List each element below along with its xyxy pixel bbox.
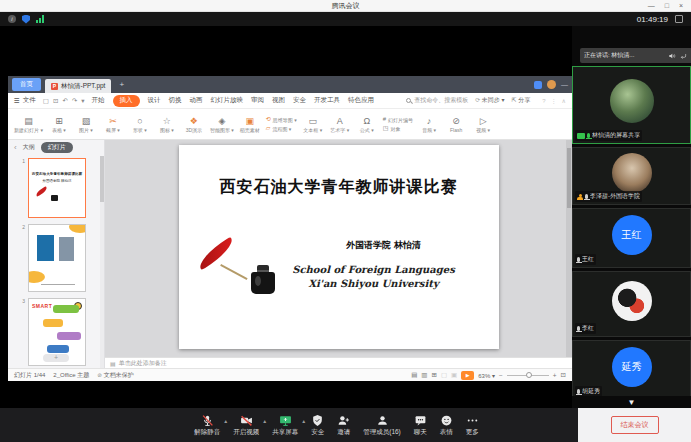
quick-access-icon[interactable]: ▾ — [81, 97, 84, 105]
fit-slide-icon[interactable]: ⊡ — [561, 371, 566, 379]
ribbon-tab-设计[interactable]: 设计 — [148, 96, 161, 105]
file-menu-button[interactable]: ☰ 文件 — [14, 96, 36, 105]
current-slide[interactable]: 西安石油大学青年教师讲课比赛 外国语学院 林怡清 School of Forei… — [179, 145, 499, 349]
active-speaker-banner: 正在讲话: 林怡清... — [580, 48, 691, 63]
ribbon-tab-动画[interactable]: 动画 — [190, 96, 203, 105]
ribbon-tab-插入[interactable]: 插入 — [113, 95, 140, 107]
view-mode-icon[interactable]: ▤ — [411, 371, 417, 379]
outline-tab[interactable]: 大纲 — [23, 143, 35, 152]
caret-up-icon[interactable]: ▲ — [223, 418, 228, 424]
zoom-out-button[interactable]: − — [499, 372, 503, 379]
chat-button[interactable]: 聊天 — [414, 414, 427, 437]
share-screen-button[interactable]: ▲共享屏幕 — [272, 414, 298, 437]
slide-byline-text[interactable]: 外国语学院 林怡清 — [289, 239, 479, 252]
caret-up-icon[interactable]: ▲ — [301, 418, 306, 424]
sidebar-collapse-arrow[interactable]: ▼ — [572, 398, 691, 408]
ribbon-tab-切换[interactable]: 切换 — [169, 96, 182, 105]
view-mode-icon[interactable]: ⊞ — [432, 371, 437, 379]
ribbon-item[interactable]: ▱流程图 ▾ — [266, 125, 297, 132]
fullscreen-icon[interactable] — [675, 15, 683, 23]
ribbon-tab-审阅[interactable]: 审阅 — [251, 96, 264, 105]
ribbon-item[interactable]: Ω公式 ▾ — [356, 116, 378, 133]
ribbon-item[interactable]: ☆图标 ▾ — [156, 116, 178, 133]
notes-icon: ▤ — [110, 360, 116, 367]
wps-document-tab[interactable]: P 林怡清-PPT.ppt — [45, 79, 111, 93]
ribbon-tab-安全[interactable]: 安全 — [293, 96, 306, 105]
add-slide-button[interactable]: + — [43, 354, 69, 362]
ribbon-item[interactable]: ▤新建幻灯片 ▾ — [14, 116, 43, 133]
panel-collapse-icon[interactable]: ‹ — [14, 143, 17, 152]
ribbon-item[interactable]: ⊘Flash — [445, 116, 467, 133]
ribbon-tab-开始[interactable]: 开始 — [92, 96, 105, 105]
ribbon-item[interactable]: #幻灯片编号 — [383, 116, 413, 123]
maximize-button[interactable]: □ — [665, 1, 669, 11]
participant-tile[interactable]: 王红王红 — [572, 208, 691, 268]
participant-tile[interactable]: 李红 — [572, 271, 691, 337]
emoji-button[interactable]: 表情 — [440, 414, 453, 437]
ribbon-item[interactable]: ✂截屏 ▾ — [102, 116, 124, 133]
security-button[interactable]: 安全 — [311, 414, 324, 437]
protect-status[interactable]: ⊙ 文档未保护 — [97, 371, 133, 380]
quick-access-icon[interactable]: ↷ — [72, 97, 77, 105]
quick-access-icon[interactable]: ↶ — [62, 97, 67, 105]
menu-extra-icon[interactable]: ? — [542, 98, 545, 104]
ribbon-item[interactable]: ▷视频 ▾ — [472, 116, 494, 133]
members-button[interactable]: 管理成员(16) — [363, 414, 401, 437]
zoom-in-button[interactable]: + — [553, 372, 557, 379]
wps-minimize-icon[interactable]: — — [561, 81, 568, 88]
caret-up-icon[interactable]: ▲ — [262, 418, 267, 424]
menu-extra-icon[interactable]: ∧ — [562, 98, 566, 104]
camera-button[interactable]: ▲开启视频 — [233, 414, 259, 437]
collapse-panel-icon[interactable] — [679, 52, 687, 60]
participant-avatar: 延秀 — [612, 347, 652, 387]
end-meeting-button[interactable]: 结束会议 — [611, 416, 659, 434]
ribbon-tab-开发工具[interactable]: 开发工具 — [314, 96, 340, 105]
view-mode-icon[interactable]: ▥ — [421, 371, 427, 379]
sync-status[interactable]: ⟳ 未同步 ▾ — [475, 96, 504, 105]
menu-extra-icon[interactable]: ⋮ — [551, 98, 557, 104]
meeting-info-icon[interactable]: i — [8, 15, 16, 23]
meeting-security-icon[interactable] — [22, 15, 30, 24]
ribbon-item[interactable]: ▧图片 ▾ — [75, 116, 97, 133]
ribbon-item[interactable]: ❖3D演示 — [183, 116, 205, 133]
panel-scrollbar[interactable] — [100, 156, 104, 368]
slides-tab[interactable]: 幻灯片 — [41, 142, 73, 153]
ribbon-item[interactable]: ♪音频 ▾ — [418, 116, 440, 133]
more-button[interactable]: 更多 — [466, 414, 479, 437]
notes-bar[interactable]: ▤ 单击此处添加备注 — [105, 357, 572, 368]
slideshow-play-button[interactable]: ▶ — [461, 371, 474, 380]
ribbon-tab-视图[interactable]: 视图 — [272, 96, 285, 105]
slide-thumbnail-2[interactable] — [28, 224, 86, 292]
ribbon-item[interactable]: ▣稻壳素材 — [239, 116, 261, 133]
ribbon-item[interactable]: A艺术字 ▾ — [329, 116, 351, 133]
ribbon-item[interactable]: ⟲思维导图 ▾ — [266, 116, 297, 123]
wps-home-button[interactable]: 首页 — [12, 78, 41, 91]
quick-access-icon[interactable]: ⊡ — [53, 97, 58, 105]
ribbon-item[interactable]: ▭文本框 ▾ — [302, 116, 324, 133]
new-tab-button[interactable]: + — [115, 80, 128, 89]
zoom-slider[interactable] — [507, 375, 549, 376]
invite-button[interactable]: 邀请 — [337, 414, 350, 437]
ribbon-tab-特色应用[interactable]: 特色应用 — [348, 96, 374, 105]
ribbon-item[interactable]: ○形状 ▾ — [129, 116, 151, 133]
wps-app-icon[interactable] — [534, 81, 542, 89]
wps-account-avatar[interactable] — [547, 80, 556, 89]
participant-tile[interactable]: 延秀胡延秀 — [572, 340, 691, 396]
slide-title-text[interactable]: 西安石油大学青年教师讲课比赛 — [189, 177, 489, 198]
slide-thumbnail-1[interactable]: 西安石油大学青年教师讲课比赛 外国语学院 林怡清 — [28, 158, 86, 218]
zoom-level[interactable]: 63% ▾ — [478, 372, 495, 379]
close-button[interactable]: × — [679, 1, 683, 11]
ribbon-item[interactable]: ◈智能图形 ▾ — [210, 116, 234, 133]
mic-muted-icon — [201, 414, 214, 427]
slide-english-text[interactable]: School of Foreign Languages Xi'an Shiyou… — [259, 263, 489, 291]
share-button[interactable]: ⇱ 分享 — [512, 96, 531, 105]
quick-access-icon[interactable]: ▢ — [43, 97, 49, 105]
minimize-button[interactable]: — — [648, 1, 655, 11]
ribbon-item[interactable]: ⊞表格 ▾ — [48, 116, 70, 133]
participant-tile[interactable]: 林怡清的屏幕共享 — [572, 66, 691, 144]
command-search[interactable]: 查找命令、搜索模板 — [406, 96, 468, 105]
ribbon-item[interactable]: ◳对象 — [383, 125, 413, 132]
participant-tile[interactable]: 李泽甜-外国语学院 — [572, 147, 691, 205]
mute-button[interactable]: ▲解除静音 — [194, 414, 220, 437]
ribbon-tab-幻灯片放映[interactable]: 幻灯片放映 — [211, 96, 244, 105]
